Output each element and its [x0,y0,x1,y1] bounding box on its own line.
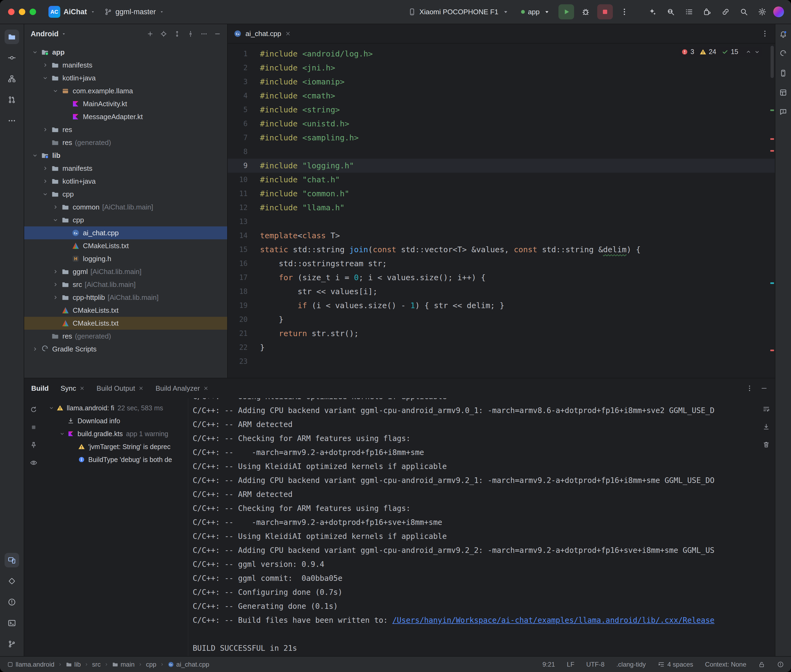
project-view-selector[interactable]: Android [30,30,66,38]
code-line-9[interactable]: 9#include "logging.h" [228,158,775,173]
link-share-button[interactable] [718,4,733,19]
line-number[interactable]: 12 [228,201,260,214]
close-tab-icon[interactable] [79,386,85,391]
build-tree-item[interactable]: BuildType 'debug' is both de [43,453,188,466]
clang-tidy[interactable]: .clang-tidy [616,661,646,668]
running-devices-button[interactable] [5,553,19,567]
project-tree-item-manifests[interactable]: manifests [24,162,227,175]
code-line-16[interactable]: 16 std::ostringstream str; [228,256,775,270]
project-tree-item-messageadapter-kt[interactable]: MessageAdapter.kt [24,110,227,123]
line-number[interactable]: 9 [228,158,260,173]
profile-avatar-icon[interactable] [773,6,784,17]
build-console[interactable]: C/C++: -- Using KleidiAI optimized kerne… [188,398,757,656]
chevron-right-icon[interactable] [40,163,50,173]
line-number[interactable]: 6 [228,117,260,131]
project-tree-item-res[interactable]: res(generated) [24,330,227,342]
line-number[interactable]: 18 [228,285,260,299]
device-selector[interactable]: Xiaomi POCOPHONE F1 [404,4,513,20]
version-control-button[interactable] [5,637,19,651]
search-everywhere-button[interactable] [736,4,752,19]
line-number[interactable]: 15 [228,243,260,256]
context[interactable]: Context: None [705,661,746,668]
errors-badge[interactable]: 3 [681,48,694,56]
chevron-right-icon[interactable] [40,60,50,70]
layout-inspector-button[interactable] [777,86,789,98]
build-tree-item[interactable]: build.gradle.ktsapp 1 warning [43,427,188,440]
code-line-11[interactable]: 11#include "common.h" [228,187,775,201]
code-line-6[interactable]: 6#include <unistd.h> [228,117,775,131]
code-line-19[interactable]: 19 if (i < values.size() - 1) { str << d… [228,299,775,312]
collapse-all-button[interactable] [185,28,196,40]
chevron-right-icon[interactable] [51,280,60,290]
editor-tab-ai-chat-cpp[interactable]: C+ ai_chat.cpp [228,24,297,43]
code-line-13[interactable]: 13 [228,214,775,229]
settings-button[interactable] [754,4,770,19]
breadcrumb-lib[interactable]: lib [66,661,81,668]
expand-selection-button[interactable] [171,28,183,40]
code-line-8[interactable]: 8 [228,145,775,158]
zoom-window-button[interactable] [30,9,36,15]
stripe-mark[interactable] [770,282,774,284]
warnings-badge[interactable]: 24 [700,48,716,56]
code-area[interactable]: 1#include <android/log.h>2#include <jni.… [228,43,775,378]
project-tree-item-cpp[interactable]: cpp [24,188,227,201]
soft-wrap-button[interactable] [761,403,772,415]
line-number[interactable]: 2 [228,61,260,75]
passed-badge[interactable]: 15 [722,48,738,56]
line-number[interactable]: 16 [228,256,260,270]
project-tree-item-mainactivity-kt[interactable]: MainActivity.kt [24,98,227,110]
code-line-23[interactable]: 23 [228,354,775,368]
breadcrumb-llama-android[interactable]: llama.android [7,661,55,668]
code-line-14[interactable]: 14template<class T> [228,229,775,243]
line-number[interactable]: 13 [228,214,260,229]
stripe-mark[interactable] [770,150,774,152]
project-tree-item-com-example-llama[interactable]: com.example.llama [24,85,227,98]
line-number[interactable]: 7 [228,131,260,145]
commit-button[interactable] [5,51,19,65]
rerun-button[interactable] [28,404,40,416]
line-number[interactable]: 21 [228,326,260,341]
project-tree-item-cmakelists-txt[interactable]: CMakeLists.txt [24,239,227,252]
next-problem-button[interactable] [754,49,761,55]
line-number[interactable]: 14 [228,229,260,243]
more-button[interactable] [5,114,19,128]
chevron-down-icon[interactable] [51,86,60,96]
project-tree-item-logging-h[interactable]: Hlogging.h [24,252,227,265]
build-tab-sync[interactable]: Sync [61,384,85,393]
project-folder-button[interactable] [5,30,19,44]
line-number[interactable]: 3 [228,75,260,89]
line-number[interactable]: 17 [228,270,260,285]
build-tab-build-analyzer[interactable]: Build Analyzer [156,384,209,393]
prev-problem-button[interactable] [745,49,752,55]
terminal-button[interactable] [5,616,19,630]
stripe-mark[interactable] [770,109,774,111]
run-button[interactable] [558,4,574,19]
hide-build-window-button[interactable] [761,384,768,392]
pull-requests-button[interactable] [5,93,19,107]
code-line-4[interactable]: 4#include <cmath> [228,89,775,103]
chevron-right-icon[interactable] [40,125,50,134]
close-tab-icon[interactable] [138,386,144,391]
project-tree-item-cpp[interactable]: cpp [24,213,227,226]
task-list-button[interactable] [681,4,697,19]
stop-square-button[interactable] [28,421,40,433]
project-tree-item-ai-chat-cpp[interactable]: C+ai_chat.cpp [24,226,227,239]
scrollbar-thumb[interactable] [770,46,774,78]
chevron-right-icon[interactable] [51,293,60,302]
code-line-3[interactable]: 3#include <iomanip> [228,75,775,89]
project-tree-item-manifests[interactable]: manifests [24,59,227,72]
scroll-to-end-button[interactable] [761,421,772,433]
app-quality-insights-button[interactable] [777,106,789,118]
build-tree-item[interactable]: Download info [43,414,188,427]
build-tree-item[interactable]: 'jvmTarget: String' is deprec [43,440,188,453]
code-line-18[interactable]: 18 str << values[i]; [228,285,775,299]
project-tree-item-res[interactable]: res(generated) [24,136,227,149]
line-number[interactable]: 1 [228,47,260,61]
vcs-branch-selector[interactable]: ggml-master [100,3,169,20]
editor-scrollbar[interactable] [770,43,774,378]
indentation[interactable]: 4 spaces [658,661,693,668]
debug-button[interactable] [578,4,594,19]
run-more-button[interactable] [616,4,632,19]
line-number[interactable]: 20 [228,312,260,326]
line-number[interactable]: 8 [228,145,260,158]
